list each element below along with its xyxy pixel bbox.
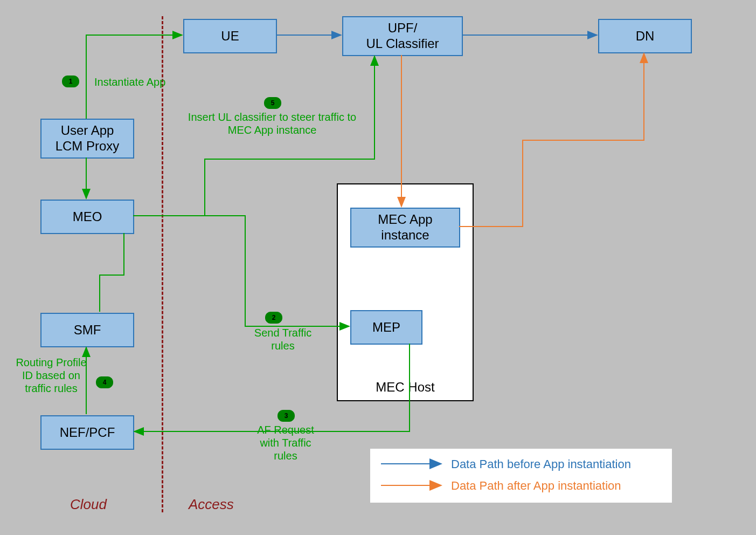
step-3-num: 3 [285,412,288,420]
legend-lines [370,449,672,503]
node-meo-label: MEO [73,209,102,225]
node-mep: MEP [350,310,422,345]
step-1-num: 1 [69,78,73,85]
step-badge-3: 3 [278,410,295,422]
step-badge-5: 5 [264,97,281,109]
region-cloud: Cloud [70,496,107,513]
node-mecapp: MEC App instance [350,208,460,248]
node-dn-label: DN [636,29,655,44]
node-mechost-label: MEC Host [338,380,473,395]
step-3-label: AF Request with Traffic rules [248,423,323,462]
legend-after-label: Data Path after App instantiation [451,479,621,493]
legend-before-label: Data Path before App instantiation [451,457,631,471]
node-smf-label: SMF [74,323,101,338]
node-upf-label: UPF/ UL Classifier [366,20,439,52]
step-4-label: Routing Profile ID based on traffic rule… [8,356,94,395]
step-5-num: 5 [271,99,275,107]
step-2-label: Send Traffic rules [248,326,318,352]
node-userapp: User App LCM Proxy [40,119,134,159]
diagram-canvas: Cloud Access UE UPF/ UL Classifier DN Us… [0,0,756,535]
legend: Data Path before App instantiation Data … [369,448,673,504]
node-upf: UPF/ UL Classifier [342,16,463,56]
node-dn: DN [598,19,692,53]
node-nefpcf: NEF/PCF [40,415,134,450]
step-1-label: Instantiate App [94,76,165,88]
step-2-num: 2 [272,314,276,321]
node-ue: UE [183,19,277,53]
node-userapp-label: User App LCM Proxy [56,123,120,154]
node-mep-label: MEP [372,320,400,335]
node-ue-label: UE [221,29,239,44]
step-badge-2: 2 [265,312,282,324]
step-4-num: 4 [103,379,107,386]
step-5-label: Insert UL classifier to steer traffic to… [183,111,361,136]
node-mecapp-label: MEC App instance [378,212,432,243]
region-divider [162,16,163,512]
region-access: Access [189,496,234,513]
step-badge-4: 4 [96,376,113,388]
node-meo: MEO [40,200,134,234]
node-nefpcf-label: NEF/PCF [60,425,115,441]
node-smf: SMF [40,313,134,347]
step-badge-1: 1 [62,76,79,87]
